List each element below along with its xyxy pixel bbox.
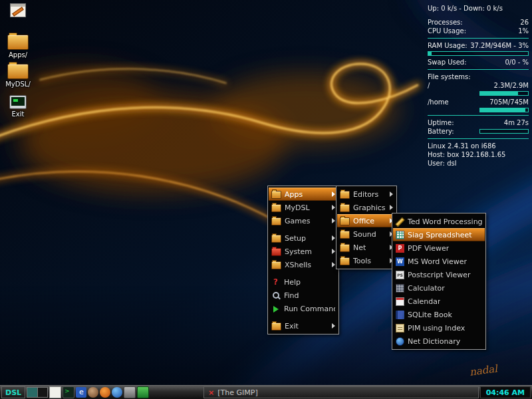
workspace-2[interactable] xyxy=(38,388,48,397)
desktop-icon-mydsl[interactable]: MyDSL/ xyxy=(0,64,36,88)
fs-home-fill xyxy=(480,108,525,112)
taskbar-spacer xyxy=(150,386,202,399)
menu-item-label: System xyxy=(285,247,312,256)
workspace-1[interactable] xyxy=(27,388,38,397)
menu-item-run-command[interactable]: Run Command xyxy=(269,302,338,315)
menu-item-label: Games xyxy=(285,217,310,225)
folder-icon xyxy=(340,231,350,239)
desktop-icon-exit[interactable]: Exit xyxy=(0,95,36,118)
file-manager-icon[interactable] xyxy=(76,387,86,398)
office-submenu: Ted Word Processing Siag Spreadsheet PDF… xyxy=(392,213,486,350)
ram-label: RAM Usage: xyxy=(428,41,467,50)
battery-label: Battery: xyxy=(428,127,454,136)
menu-item-label: XShells xyxy=(285,261,311,269)
net-speed-line: Up: 0 k/s - Down: 0 k/s xyxy=(428,4,529,13)
menu-item-pim-using-index[interactable]: PIM using Index xyxy=(393,321,485,334)
browser-icon[interactable] xyxy=(100,387,110,398)
swap-value: 0/0 - % xyxy=(505,58,529,66)
menu-item-label: Net xyxy=(353,243,366,252)
menu-item-postscript-viewer[interactable]: Postscript Viewer xyxy=(393,268,485,281)
postscript-icon xyxy=(396,271,404,279)
help-icon xyxy=(271,278,281,287)
icon-label: MyDSL/ xyxy=(0,80,36,88)
folder-icon xyxy=(271,217,281,225)
folder-icon xyxy=(271,235,281,243)
taskbar: DSL × [The GIMP] 04:46 AM xyxy=(0,385,532,399)
menu-item-mydsl[interactable]: MyDSL xyxy=(269,201,338,214)
fs-usage: 2.3M/2.9M xyxy=(494,81,529,90)
globe-icon xyxy=(396,337,404,346)
magnifier-icon xyxy=(271,291,281,300)
menu-item-ms-word-viewer[interactable]: MS Word Viewer xyxy=(393,255,485,268)
gimp-icon[interactable] xyxy=(88,387,98,398)
folder-icon xyxy=(340,217,350,225)
submenu-arrow-icon xyxy=(332,205,335,210)
menu-item-setup[interactable]: Setup xyxy=(269,231,338,245)
mixer-icon[interactable] xyxy=(124,386,136,398)
desktop-icon-edit[interactable] xyxy=(0,3,36,17)
desktop-icon-apps[interactable]: Apps/ xyxy=(0,35,36,59)
workspace-pager[interactable] xyxy=(27,387,48,398)
menu-item-pdf-viewer[interactable]: PDF Viewer xyxy=(393,241,485,255)
task-label: [The GIMP] xyxy=(217,388,257,397)
red-folder-icon xyxy=(271,248,281,256)
menu-item-exit[interactable]: Exit xyxy=(269,319,338,332)
menu-item-tools[interactable]: Tools xyxy=(337,254,396,267)
package-tool-icon[interactable] xyxy=(137,386,149,398)
apps-submenu: Editors Graphics Office Sound Net Tools xyxy=(336,186,397,269)
menu-item-games[interactable]: Games xyxy=(269,214,338,227)
menu-item-label: Apps xyxy=(285,190,303,199)
root-menu: Apps MyDSL Games Setup System XShells xyxy=(267,186,339,334)
menu-item-label: Calendar xyxy=(408,297,440,306)
spreadsheet-icon xyxy=(396,231,404,239)
menu-item-label: Net Dictionary xyxy=(408,337,460,346)
menu-item-ted-word-processing[interactable]: Ted Word Processing xyxy=(393,215,485,228)
icon-label: Exit xyxy=(0,110,36,118)
fs-root-row: / 2.3M/2.9M xyxy=(428,81,529,90)
menu-item-label: SQLite Book xyxy=(408,311,452,319)
gimp-task-button[interactable]: × [The GIMP] xyxy=(203,386,479,398)
dsl-start-button[interactable]: DSL xyxy=(1,386,25,398)
taskbar-clock: 04:46 AM xyxy=(480,386,531,398)
processes-value: 26 xyxy=(520,18,529,27)
menu-item-graphics[interactable]: Graphics xyxy=(337,201,396,214)
menu-item-xshells[interactable]: XShells xyxy=(269,258,338,271)
menu-item-office[interactable]: Office xyxy=(337,214,396,227)
divider xyxy=(428,38,529,39)
menu-item-siag-spreadsheet[interactable]: Siag Spreadsheet xyxy=(393,228,485,241)
book-icon xyxy=(396,311,404,319)
folder-icon xyxy=(271,261,281,269)
user-line: User: dsl xyxy=(428,159,529,168)
fs-mount: / xyxy=(428,81,430,90)
submenu-arrow-icon xyxy=(332,249,335,254)
menu-item-editors[interactable]: Editors xyxy=(337,188,396,201)
swap-label: Swap Used: xyxy=(428,58,467,66)
divider xyxy=(428,69,529,70)
menu-item-label: Setup xyxy=(285,234,306,243)
menu-item-label: Exit xyxy=(285,322,299,331)
document-icon[interactable] xyxy=(49,386,61,398)
folder-icon xyxy=(340,244,350,252)
icon-label: Apps/ xyxy=(0,51,36,59)
menu-item-calculator[interactable]: Calculator xyxy=(393,281,485,295)
menu-item-net-dictionary[interactable]: Net Dictionary xyxy=(393,334,485,348)
menu-item-label: Siag Spreadsheet xyxy=(408,231,472,239)
ram-value: 37.2M/946M - 3% xyxy=(470,41,529,50)
folder-icon xyxy=(7,64,29,79)
network-globe-icon[interactable] xyxy=(112,387,122,398)
calendar-icon xyxy=(396,297,404,306)
menu-item-label: Find xyxy=(284,291,299,300)
menu-item-apps[interactable]: Apps xyxy=(269,188,338,201)
menu-item-system[interactable]: System xyxy=(269,245,338,258)
menu-item-label: MyDSL xyxy=(285,203,310,212)
menu-item-calendar[interactable]: Calendar xyxy=(393,295,485,308)
menu-item-label: PDF Viewer xyxy=(408,244,449,253)
menu-item-net[interactable]: Net xyxy=(337,241,396,254)
menu-item-sound[interactable]: Sound xyxy=(337,227,396,241)
fs-usage: 705M/745M xyxy=(489,98,529,106)
menu-item-find[interactable]: Find xyxy=(269,289,338,302)
menu-item-help[interactable]: Help xyxy=(269,275,338,289)
menu-item-sqlite-book[interactable]: SQLite Book xyxy=(393,308,485,321)
fs-home-row: /home 705M/745M xyxy=(428,98,529,106)
terminal-icon[interactable] xyxy=(63,386,74,398)
